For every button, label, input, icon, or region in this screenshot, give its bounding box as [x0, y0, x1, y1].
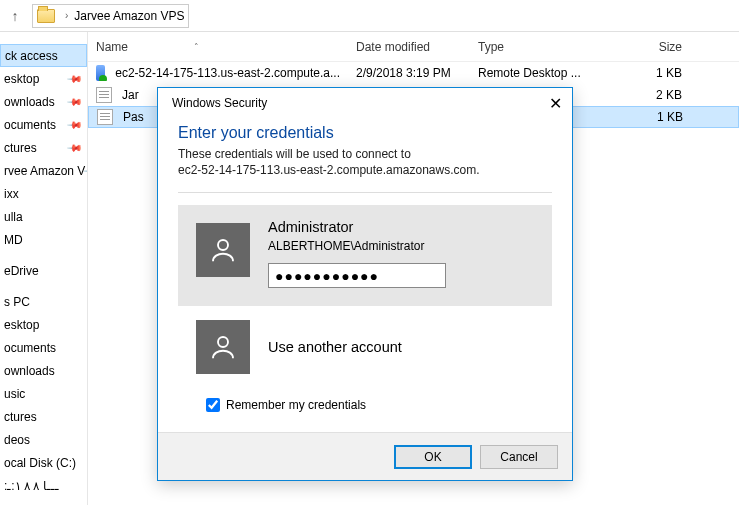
sidebar-item-localdisk[interactable]: ocal Disk (C:): [0, 451, 87, 474]
breadcrumb-label: Jarvee Amazon VPS: [74, 9, 184, 23]
sidebar-item-music[interactable]: usic: [0, 382, 87, 405]
file-size: 2 KB: [610, 88, 690, 102]
user-icon: [196, 320, 250, 374]
dialog-titlebar: Windows Security ✕: [158, 88, 572, 118]
chevron-right-icon: ›: [65, 10, 68, 21]
sidebar-item-pictures2[interactable]: ctures: [0, 405, 87, 428]
password-field[interactable]: [268, 263, 446, 288]
file-size: 1 KB: [610, 66, 690, 80]
remember-checkbox[interactable]: [206, 398, 220, 412]
sidebar-item-downloads2[interactable]: ownloads: [0, 359, 87, 382]
file-date: 2/9/2018 3:19 PM: [348, 66, 470, 80]
sidebar-item[interactable]: ulla: [0, 205, 87, 228]
pin-icon: 📌: [67, 139, 83, 155]
breadcrumb[interactable]: › Jarvee Amazon VPS: [32, 4, 189, 28]
column-headers: Name˄ Date modified Type Size: [88, 32, 739, 62]
close-icon[interactable]: ✕: [532, 94, 562, 113]
account-name: Administrator: [268, 219, 534, 235]
sidebar-item-jarvee[interactable]: rvee Amazon V📌: [0, 159, 87, 182]
sidebar-item-desktop2[interactable]: esktop: [0, 313, 87, 336]
nav-up-button[interactable]: ↑: [4, 8, 26, 24]
file-row[interactable]: ec2-52-14-175-113.us-east-2.compute.a...…: [88, 62, 739, 84]
account-card-selected[interactable]: Administrator ALBERTHOME\Administrator: [178, 205, 552, 306]
col-name[interactable]: Name˄: [88, 40, 348, 54]
text-file-icon: [96, 87, 112, 103]
text-file-icon: [97, 109, 113, 125]
col-date[interactable]: Date modified: [348, 40, 470, 54]
sidebar-item[interactable]: MD: [0, 228, 87, 251]
file-name: Pas: [123, 110, 144, 124]
sidebar-this-pc[interactable]: s PC: [0, 290, 87, 313]
dialog-button-row: OK Cancel: [158, 432, 572, 480]
col-type[interactable]: Type: [470, 40, 610, 54]
file-name: ec2-52-14-175-113.us-east-2.compute.a...: [115, 66, 340, 80]
dialog-title: Windows Security: [172, 96, 267, 110]
sidebar-item[interactable]: ixx: [0, 182, 87, 205]
sidebar-onedrive[interactable]: eDrive: [0, 259, 87, 282]
dialog-heading: Enter your credentials: [178, 124, 552, 142]
use-another-label: Use another account: [268, 339, 402, 355]
pin-icon: 📌: [67, 116, 83, 132]
sidebar-item-pictures[interactable]: ctures📌: [0, 136, 87, 159]
account-card-other[interactable]: Use another account: [178, 306, 552, 388]
remember-row: Remember my credentials: [178, 388, 552, 424]
folder-icon: [37, 9, 55, 23]
file-size: 1 KB: [611, 110, 691, 124]
rdp-icon: [96, 65, 105, 81]
sidebar-item-downloads[interactable]: ownloads📌: [0, 90, 87, 113]
file-type: Remote Desktop ...: [470, 66, 610, 80]
account-domain: ALBERTHOME\Administrator: [268, 239, 534, 253]
file-name: Jar: [122, 88, 139, 102]
remember-label: Remember my credentials: [226, 398, 366, 412]
sidebar-item-desktop[interactable]: esktop📌: [0, 67, 87, 90]
sidebar-item-documents[interactable]: ocuments📌: [0, 113, 87, 136]
sidebar-item-videos[interactable]: deos: [0, 428, 87, 451]
svg-point-1: [218, 337, 228, 347]
sidebar-quick-access[interactable]: ck access: [0, 44, 87, 67]
nav-sidebar: ck access esktop📌 ownloads📌 ocuments📌 ct…: [0, 32, 88, 505]
sort-caret-icon: ˄: [194, 42, 199, 52]
user-icon: [196, 223, 250, 277]
pin-icon: 📌: [67, 70, 83, 86]
pin-icon: 📌: [67, 93, 83, 109]
col-size[interactable]: Size: [610, 40, 690, 54]
address-bar: ↑ › Jarvee Amazon VPS: [0, 0, 739, 32]
dialog-subtext: These credentials will be used to connec…: [178, 146, 552, 178]
ok-button[interactable]: OK: [394, 445, 472, 469]
sidebar-item[interactable]: :ـــا ٨ ٨ ١:ـ: [0, 474, 87, 497]
svg-point-0: [218, 240, 228, 250]
credentials-dialog: Windows Security ✕ Enter your credential…: [157, 87, 573, 481]
sidebar-item-documents2[interactable]: ocuments: [0, 336, 87, 359]
sidebar-label: ck access: [5, 49, 58, 63]
cancel-button[interactable]: Cancel: [480, 445, 558, 469]
